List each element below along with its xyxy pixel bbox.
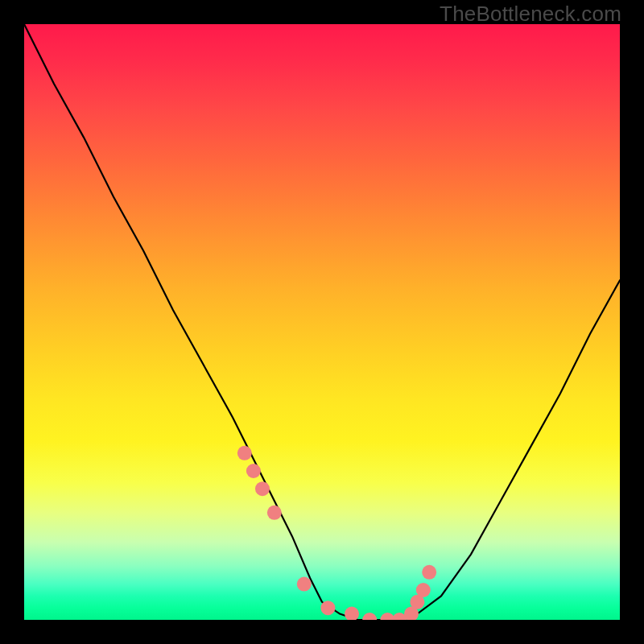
marker-dot xyxy=(246,464,261,478)
marker-points xyxy=(237,446,436,620)
plot-area xyxy=(24,24,620,620)
watermark-text: TheBottleneck.com xyxy=(440,2,621,27)
marker-dot xyxy=(362,613,377,620)
marker-dot xyxy=(267,506,282,520)
marker-dot xyxy=(255,481,270,496)
marker-dot xyxy=(422,565,436,580)
bottleneck-curve xyxy=(24,24,620,620)
chart-frame: TheBottleneck.com xyxy=(0,0,644,644)
marker-dot xyxy=(297,577,312,592)
marker-dot xyxy=(416,583,431,597)
marker-dot xyxy=(345,607,359,620)
chart-svg xyxy=(24,24,620,620)
curve-line xyxy=(24,24,620,620)
marker-dot xyxy=(237,446,252,460)
marker-dot xyxy=(320,601,335,615)
